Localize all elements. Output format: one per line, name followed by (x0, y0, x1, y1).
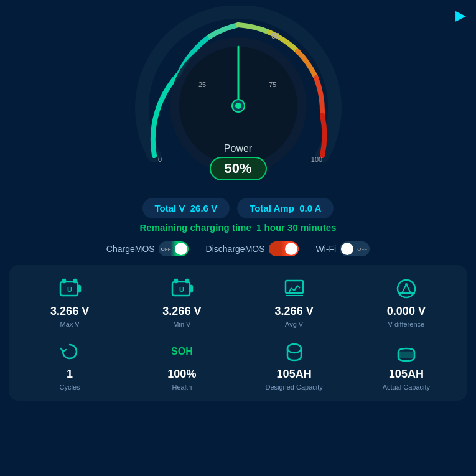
svg-line-19 (294, 286, 297, 291)
actual-cap-value: 105AH (389, 368, 424, 381)
cycles-icon (56, 338, 83, 365)
gauge-center-text: Power 50% (209, 143, 266, 180)
svg-rect-14 (186, 279, 189, 282)
wifi-label: Wi-Fi (316, 244, 337, 254)
v-diff-icon (393, 275, 420, 302)
top-area: ▶ (0, 0, 476, 256)
svg-rect-13 (175, 279, 177, 282)
svg-line-23 (402, 284, 406, 293)
max-v-value: 3.266 V (50, 305, 89, 318)
charge-mos-knob (175, 243, 187, 255)
svg-rect-27 (398, 352, 414, 357)
charge-mos-toggle[interactable]: OFF (159, 241, 189, 256)
metric-v-diff: 0.000 V V difference (353, 275, 460, 328)
remaining-label: Remaining charging time (140, 222, 251, 233)
svg-point-25 (405, 283, 408, 286)
discharge-mos-on-label: ON (289, 246, 296, 252)
total-v-value: 26.6 V (190, 203, 217, 213)
gauge-label-75: 75 (268, 81, 276, 88)
svg-point-26 (287, 344, 301, 353)
gauge-label-text: Power (224, 143, 252, 154)
avg-v-value: 3.266 V (275, 305, 314, 318)
metric-avg-v: 3.266 V Avg V (241, 275, 348, 328)
discharge-mos-group: DischargeMOS ON (206, 241, 299, 256)
svg-text:U: U (179, 286, 184, 293)
total-amp-pill: Total Amp 0.0 A (237, 198, 334, 218)
svg-rect-15 (286, 281, 303, 293)
metric-max-v: U 3.266 V Max V (16, 275, 123, 328)
health-label: Health (172, 383, 192, 391)
charge-mos-label: ChargeMOS (106, 244, 155, 254)
metric-min-v: U 3.266 V Min V (128, 275, 235, 328)
total-v-pill: Total V 26.6 V (142, 198, 230, 218)
cycles-value: 1 (67, 368, 73, 381)
gauge-label-0: 0 (157, 156, 161, 163)
soh-text: SOH (171, 346, 193, 357)
wifi-off-label: OFF (357, 246, 367, 252)
charge-mos-group: ChargeMOS OFF (106, 241, 189, 256)
designed-cap-value: 105AH (277, 368, 312, 381)
discharge-mos-toggle[interactable]: ON (269, 241, 299, 256)
health-icon: SOH (168, 338, 195, 365)
min-v-icon: U (168, 275, 195, 302)
wifi-knob (341, 243, 353, 255)
metric-actual-cap: 105AH Actual Capacity (353, 338, 460, 391)
total-amp-value: 0.0 A (299, 203, 321, 213)
min-v-value: 3.266 V (162, 305, 201, 318)
charge-mos-off-label: OFF (161, 246, 171, 252)
gauge-label-25: 25 (198, 81, 205, 88)
svg-point-4 (235, 103, 241, 109)
svg-rect-9 (74, 279, 77, 282)
health-value: 100% (167, 368, 196, 381)
wifi-toggle[interactable]: OFF (340, 241, 370, 256)
avg-v-icon (281, 275, 308, 302)
bottom-card: U 3.266 V Max V U 3.266 V Min V (9, 265, 467, 401)
designed-cap-label: Designed Capacity (265, 383, 322, 391)
metric-designed-cap: 105AH Designed Capacity (241, 338, 348, 391)
svg-line-24 (406, 284, 411, 293)
stats-row: Total V 26.6 V Total Amp 0.0 A (142, 198, 334, 218)
svg-rect-11 (190, 286, 192, 292)
svg-point-21 (398, 280, 415, 297)
v-diff-label: V difference (388, 320, 425, 328)
total-v-label: Total V (155, 203, 185, 213)
gauge-label-100: 100 (310, 156, 322, 163)
cycles-label: Cycles (60, 383, 80, 391)
remaining-row: Remaining charging time 1 hour 30 minute… (140, 222, 337, 233)
discharge-mos-label: DischargeMOS (206, 244, 265, 254)
svg-rect-6 (78, 286, 80, 292)
metric-health: SOH 100% Health (128, 338, 235, 391)
gauge-percent-display: 50% (209, 157, 266, 180)
remaining-value: 1 hour 30 minutes (256, 222, 336, 233)
designed-cap-icon (281, 338, 308, 365)
max-v-label: Max V (60, 320, 80, 328)
min-v-label: Min V (173, 320, 190, 328)
gauge-container: 50 75 25 0 100 Power 50% (120, 6, 357, 193)
svg-text:U: U (67, 286, 72, 293)
gauge-label-50: 50 (271, 32, 280, 40)
metric-cycles: 1 Cycles (16, 338, 123, 391)
max-v-icon: U (56, 275, 83, 302)
actual-cap-label: Actual Capacity (383, 383, 430, 391)
v-diff-value: 0.000 V (387, 305, 426, 318)
svg-rect-8 (63, 279, 65, 282)
play-icon[interactable]: ▶ (455, 7, 466, 24)
actual-cap-icon (393, 338, 420, 365)
svg-line-20 (297, 286, 300, 288)
avg-v-label: Avg V (285, 320, 303, 328)
total-amp-label: Total Amp (250, 203, 294, 213)
toggles-row: ChargeMOS OFF DischargeMOS ON Wi-Fi OFF (106, 241, 370, 256)
wifi-group: Wi-Fi OFF (316, 241, 370, 256)
